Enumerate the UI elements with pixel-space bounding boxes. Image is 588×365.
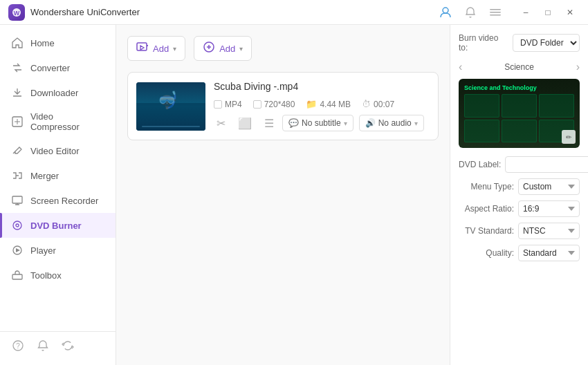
video-action-icons: ✂ ⬜ ☰ bbox=[214, 115, 277, 131]
minimize-button[interactable]: – bbox=[516, 5, 535, 20]
dvd-burner-icon bbox=[11, 219, 24, 232]
menu-type-select[interactable]: Custom None Animated bbox=[518, 178, 580, 195]
close-button[interactable]: ✕ bbox=[560, 5, 580, 20]
converter-icon bbox=[11, 62, 24, 74]
menu-type-row: Menu Type: Custom None Animated bbox=[459, 178, 580, 195]
svg-point-9 bbox=[16, 224, 19, 227]
svg-point-2 bbox=[443, 8, 448, 13]
tv-standard-label: TV Standard: bbox=[459, 226, 514, 236]
sidebar-item-dvd-burner[interactable]: DVD Burner bbox=[0, 213, 116, 238]
quality-select[interactable]: Standard High Low bbox=[518, 245, 580, 261]
titlebar: W Wondershare UniConverter – □ ✕ bbox=[0, 0, 588, 25]
subtitle-arrow: ▾ bbox=[344, 120, 347, 127]
preview-thumbnail: Science and Technology ✏ bbox=[459, 79, 580, 148]
maximize-button[interactable]: □ bbox=[538, 5, 558, 20]
sidebar-item-converter[interactable]: Converter bbox=[0, 55, 116, 80]
sidebar: Home Converter Downloader Video Compress… bbox=[0, 25, 116, 365]
sidebar-item-video-editor[interactable]: Video Editor bbox=[0, 138, 116, 163]
video-list: 🤿 Scuba Diving -.mp4 MP4 720*480 bbox=[127, 72, 439, 354]
video-duration: ⏱ 00:07 bbox=[362, 99, 394, 109]
quality-row: Quality: Standard High Low bbox=[459, 245, 580, 261]
preview-thumb-title: Science and Technology bbox=[464, 84, 574, 91]
svg-text:?: ? bbox=[16, 342, 20, 350]
grid-cell-4 bbox=[464, 120, 499, 143]
merger-icon bbox=[11, 169, 24, 182]
subtitle-icon: 💬 bbox=[288, 118, 299, 128]
video-meta: MP4 720*480 📁 4.44 MB ⏱ 00:07 bbox=[214, 99, 430, 109]
resolution-checkbox bbox=[253, 100, 261, 109]
quality-label: Quality: bbox=[459, 248, 514, 258]
dvd-label-label: DVD Label: bbox=[459, 160, 501, 169]
tv-standard-select[interactable]: NTSC PAL bbox=[518, 223, 580, 239]
svg-point-8 bbox=[13, 221, 21, 230]
dvd-label-input[interactable] bbox=[505, 156, 588, 173]
toolbar: Add ▾ Add ▾ bbox=[127, 36, 439, 61]
toolbox-icon bbox=[11, 269, 24, 281]
app-body: Home Converter Downloader Video Compress… bbox=[0, 25, 588, 365]
video-size: 📁 4.44 MB bbox=[306, 99, 351, 109]
add-video-icon bbox=[136, 41, 149, 56]
video-title: Scuba Diving -.mp4 bbox=[214, 81, 430, 92]
aspect-ratio-label: Aspect Ratio: bbox=[459, 204, 514, 214]
svg-rect-11 bbox=[12, 274, 22, 279]
screen-recorder-icon bbox=[11, 194, 24, 207]
aspect-ratio-select[interactable]: 16:9 4:3 bbox=[518, 200, 580, 217]
add-video-button[interactable]: Add ▾ bbox=[127, 36, 185, 61]
video-thumbnail: 🤿 bbox=[136, 82, 205, 131]
video-format: MP4 bbox=[214, 100, 242, 109]
user-icon[interactable] bbox=[436, 5, 455, 20]
audio-icon: 🔊 bbox=[365, 118, 376, 128]
cut-button[interactable]: ✂ bbox=[214, 115, 228, 131]
grid-cell-1 bbox=[464, 94, 499, 118]
add-menu-arrow: ▾ bbox=[239, 45, 243, 53]
bell-titlebar-icon[interactable] bbox=[461, 5, 480, 20]
add-menu-button[interactable]: Add ▾ bbox=[194, 36, 252, 61]
svg-rect-3 bbox=[490, 9, 501, 10]
sidebar-bottom: ? bbox=[0, 331, 116, 359]
dvd-label-row: DVD Label: bbox=[459, 156, 580, 173]
sidebar-item-merger[interactable]: Merger bbox=[0, 163, 116, 188]
app-logo: W bbox=[8, 4, 25, 21]
player-icon bbox=[11, 244, 24, 256]
svg-rect-7 bbox=[12, 196, 22, 203]
grid-cell-3 bbox=[539, 94, 574, 118]
filter-button[interactable]: ☰ bbox=[261, 115, 277, 131]
grid-cell-2 bbox=[502, 94, 537, 118]
menu-icon[interactable] bbox=[486, 5, 505, 20]
add-video-arrow: ▾ bbox=[173, 45, 176, 53]
sidebar-item-home[interactable]: Home bbox=[0, 30, 116, 55]
video-info: Scuba Diving -.mp4 MP4 720*480 📁 4.44 bbox=[214, 81, 430, 131]
sidebar-item-screen-recorder[interactable]: Screen Recorder bbox=[0, 188, 116, 213]
home-icon bbox=[11, 37, 24, 49]
format-checkbox bbox=[214, 100, 222, 109]
svg-rect-5 bbox=[490, 15, 501, 16]
preview-grid bbox=[464, 94, 574, 142]
menu-type-label: Menu Type: bbox=[459, 182, 514, 191]
audio-arrow: ▾ bbox=[414, 120, 418, 127]
preview-next-button[interactable]: › bbox=[576, 61, 580, 73]
burn-to-select[interactable]: DVD Folder DVD Disc ISO File bbox=[513, 34, 580, 52]
burn-to-row: Burn video to: DVD Folder DVD Disc ISO F… bbox=[459, 33, 580, 53]
sidebar-item-video-compressor[interactable]: Video Compressor bbox=[0, 105, 116, 138]
audio-select[interactable]: 🔊 No audio ▾ bbox=[359, 115, 424, 131]
notification-icon[interactable] bbox=[36, 339, 50, 353]
sidebar-item-player[interactable]: Player bbox=[0, 238, 116, 263]
svg-rect-4 bbox=[490, 12, 501, 13]
downloader-icon bbox=[11, 86, 24, 99]
add-menu-icon bbox=[203, 41, 215, 56]
titlebar-icons bbox=[436, 5, 505, 20]
app-title: Wondershare UniConverter bbox=[30, 7, 436, 17]
crop-button[interactable]: ⬜ bbox=[235, 115, 255, 131]
video-selects: ✂ ⬜ ☰ 💬 No subtitle ▾ 🔊 No audio ▾ bbox=[214, 115, 430, 131]
sidebar-item-toolbox[interactable]: Toolbox bbox=[0, 263, 116, 288]
right-panel: Burn video to: DVD Folder DVD Disc ISO F… bbox=[450, 25, 588, 365]
help-icon[interactable]: ? bbox=[11, 339, 25, 353]
sidebar-item-downloader[interactable]: Downloader bbox=[0, 80, 116, 105]
add-menu-label: Add bbox=[219, 44, 235, 54]
preview-prev-button[interactable]: ‹ bbox=[459, 61, 462, 73]
main-content: Add ▾ Add ▾ 🤿 bbox=[116, 25, 450, 365]
sync-icon[interactable] bbox=[61, 339, 75, 353]
subtitle-select[interactable]: 💬 No subtitle ▾ bbox=[282, 115, 353, 131]
preview-title: Science bbox=[504, 62, 534, 72]
preview-edit-button[interactable]: ✏ bbox=[562, 130, 576, 144]
